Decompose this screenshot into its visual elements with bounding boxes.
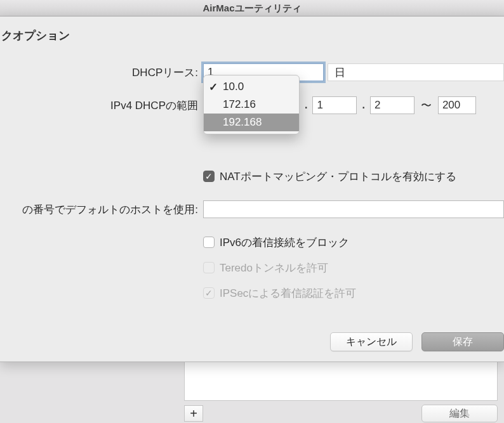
- dhcp-lease-label: DHCPリース:: [0, 65, 203, 80]
- dhcp-range-start-host[interactable]: [370, 96, 414, 114]
- dhcp-range-option-172-16[interactable]: 172.16: [204, 96, 299, 114]
- teredo-row: Teredoトンネルを許可: [0, 257, 504, 278]
- dhcp-lease-unit-select[interactable]: 日: [328, 63, 504, 81]
- ipv6-block-checkbox[interactable]: [203, 237, 215, 248]
- save-button[interactable]: 保存: [421, 332, 504, 351]
- options-sheet: クオプション DHCPリース: 日 IPv4 DHCPの範囲 10.0 172.…: [0, 16, 504, 362]
- window: AirMacユーティリティ + 編集 クオプション DHCPリース: 日 IPv…: [0, 0, 504, 423]
- default-host-input[interactable]: [203, 200, 504, 218]
- teredo-label: Teredoトンネルを許可: [220, 261, 328, 275]
- edit-button[interactable]: 編集: [421, 405, 498, 422]
- nat-row: ✓ NATポートマッピング・プロトコルを有効にする: [0, 166, 504, 186]
- dhcp-range-end-host[interactable]: [438, 96, 476, 114]
- teredo-checkbox: [203, 262, 215, 273]
- section-title: クオプション: [0, 28, 504, 43]
- nat-pmp-label: NATポートマッピング・プロトコルを有効にする: [220, 169, 456, 184]
- ipsec-checkbox: ✓: [203, 287, 215, 299]
- nat-pmp-checkbox[interactable]: ✓: [203, 171, 215, 182]
- dhcp-range-prefix-popup[interactable]: 10.0 172.16 192.168: [203, 75, 300, 134]
- dot-separator: .: [305, 100, 307, 111]
- ipv6-block-row: IPv6の着信接続をブロック: [0, 232, 504, 252]
- cancel-button[interactable]: キャンセル: [330, 332, 413, 351]
- dhcp-range-option-192-168[interactable]: 192.168: [204, 114, 299, 131]
- window-title: AirMacユーティリティ: [0, 0, 504, 16]
- dhcp-range-label: IPv4 DHCPの範囲: [0, 98, 203, 113]
- dot-separator: .: [362, 100, 364, 111]
- default-host-row: の番号でデフォルトのホストを使用:: [0, 199, 504, 219]
- add-button[interactable]: +: [184, 405, 203, 422]
- dhcp-range-row: IPv4 DHCPの範囲 10.0 172.16 192.168 . . 〜: [0, 95, 504, 115]
- tilde-separator: 〜: [421, 98, 432, 113]
- dialog-button-row: キャンセル 保存: [0, 316, 504, 354]
- default-host-label: の番号でデフォルトのホストを使用:: [0, 202, 203, 217]
- ipsec-row: ✓ IPSecによる着信認証を許可: [0, 283, 504, 303]
- ipv6-block-label: IPv6の着信接続をブロック: [220, 235, 349, 250]
- lower-panel: + 編集: [0, 355, 504, 422]
- dhcp-range-second-octet[interactable]: [312, 96, 357, 114]
- ipsec-label: IPSecによる着信認証を許可: [220, 286, 356, 301]
- dhcp-range-option-10-0[interactable]: 10.0: [204, 78, 299, 96]
